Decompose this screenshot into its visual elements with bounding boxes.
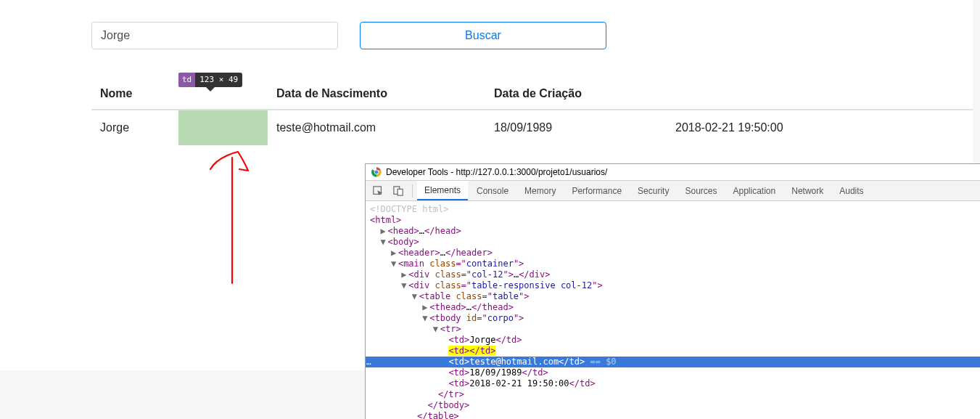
cell-nome: Jorge (91, 110, 178, 145)
tab-performance[interactable]: Performance (564, 181, 629, 200)
cell-nascimento: 18/09/1989 (485, 110, 667, 145)
cell-email: teste@hotmail.com (268, 110, 485, 145)
tab-console[interactable]: Console (469, 181, 516, 200)
search-row: Buscar (91, 22, 973, 49)
tooltip-tag: td (178, 73, 195, 87)
users-table: Nome Data de Nascimento Data de Criação … (91, 78, 973, 145)
cell-criacao: 2018-02-21 19:50:00 (667, 110, 973, 145)
cell-highlighted-empty[interactable] (178, 110, 268, 145)
scrollbar-gutter (973, 0, 980, 163)
devtools-window[interactable]: Developer Tools - http://127.0.0.1:3000/… (365, 163, 980, 419)
devtools-tabbar: Elements Console Memory Performance Secu… (366, 181, 980, 201)
chrome-icon (371, 167, 382, 177)
devtools-titlebar[interactable]: Developer Tools - http://127.0.0.1:3000/… (366, 164, 980, 181)
tab-separator (412, 184, 413, 198)
col-criacao: Data de Criação (485, 78, 667, 110)
devtools-dom-tree[interactable]: <!DOCTYPE html> <html> ▶<head>…</head> ▼… (366, 201, 980, 419)
tab-elements[interactable]: Elements (417, 181, 468, 200)
col-nascimento: Data de Nascimento (268, 78, 485, 110)
tab-audits[interactable]: Audits (832, 181, 870, 200)
tab-memory[interactable]: Memory (517, 181, 563, 200)
tab-security[interactable]: Security (630, 181, 676, 200)
table-row: Jorge teste@hotmail.com 18/09/1989 2018-… (91, 110, 973, 145)
svg-rect-5 (398, 189, 403, 195)
inspect-icon[interactable] (368, 181, 387, 200)
inspector-tooltip: td 123 × 49 (178, 73, 242, 87)
search-input[interactable] (91, 22, 338, 49)
tooltip-dims: 123 × 49 (195, 73, 242, 87)
handdrawn-arrow (203, 149, 261, 287)
devtools-selected-node[interactable]: … <td>teste@hotmail.com</td> == $0 (366, 357, 980, 367)
tab-application[interactable]: Application (726, 181, 783, 200)
tab-network[interactable]: Network (784, 181, 831, 200)
col-nome: Nome (91, 78, 178, 110)
search-button[interactable]: Buscar (360, 22, 606, 49)
col-extra (667, 78, 973, 110)
device-icon[interactable] (389, 181, 408, 200)
devtools-title: Developer Tools - http://127.0.0.1:3000/… (386, 167, 607, 177)
tab-sources[interactable]: Sources (678, 181, 724, 200)
